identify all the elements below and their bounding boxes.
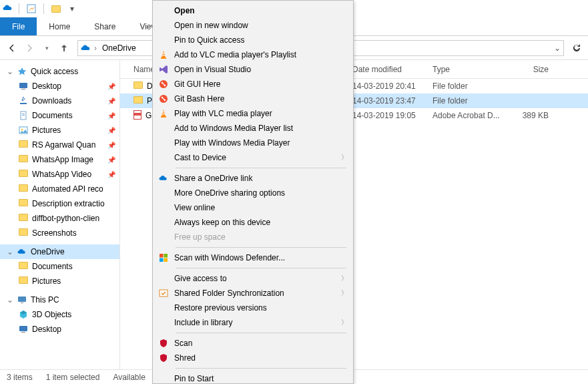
chevron-right-icon: 〉 (341, 153, 348, 162)
tree-item[interactable]: Pictures (0, 274, 119, 289)
tree-item[interactable]: WhatsApp Image 📌 (0, 152, 119, 167)
nav-up-button[interactable] (56, 40, 72, 56)
svg-rect-6 (22, 115, 25, 116)
context-menu-item[interactable]: Play with Windows Media Player (153, 136, 353, 150)
svg-rect-23 (163, 112, 165, 112)
context-menu-item[interactable]: Git Bash Here (153, 91, 353, 106)
context-menu-item[interactable]: Open in new window (153, 18, 353, 33)
context-menu-label: Open in new window (174, 21, 348, 30)
file-date: 14-03-2019 19:05 (347, 111, 427, 120)
context-menu-item[interactable]: View online (153, 200, 353, 215)
chevron-right-icon: 〉 (341, 274, 348, 283)
nav-forward-button[interactable] (21, 40, 37, 56)
svg-rect-15 (162, 55, 165, 55)
context-menu-item[interactable]: Pin to Start (153, 371, 353, 384)
tree-item-label: 3D Objects (32, 310, 119, 319)
context-menu-item[interactable]: Cast to Device 〉 (153, 150, 353, 165)
tree-item[interactable]: Desktop 📌 (0, 79, 119, 93)
tree-item[interactable]: Documents 📌 (0, 108, 119, 123)
tree-quick-access[interactable]: ⌄ Quick access (0, 64, 119, 79)
svg-rect-2 (21, 89, 25, 89)
pictures-icon (19, 126, 28, 135)
tree-item[interactable]: WhatsApp Video 📌 (0, 167, 119, 182)
context-menu-item[interactable]: Give access to 〉 (153, 271, 353, 286)
blank-icon (157, 202, 170, 213)
address-dropdown-icon[interactable]: ⌄ (554, 43, 561, 53)
expand-icon[interactable]: ⌄ (7, 67, 13, 76)
svg-rect-11 (19, 326, 27, 331)
context-menu-item[interactable]: Play with VLC media player (153, 106, 353, 121)
pin-icon: 📌 (107, 127, 115, 134)
column-type[interactable]: Type (427, 65, 507, 74)
context-menu-item[interactable]: Always keep on this device (153, 215, 353, 230)
context-menu-item[interactable]: Open (153, 3, 353, 18)
svg-rect-22 (161, 116, 166, 118)
column-size[interactable]: Size (507, 65, 554, 74)
tree-onedrive[interactable]: ⌄ OneDrive (0, 244, 119, 259)
tree-item[interactable]: diffbot-python-clien (0, 211, 119, 226)
tab-file[interactable]: File (0, 17, 37, 35)
blank-icon (157, 123, 170, 134)
tree-item[interactable]: Pictures 📌 (0, 123, 119, 138)
context-menu-item[interactable]: Shred (153, 351, 353, 365)
context-menu-item[interactable]: Share a OneDrive link (153, 171, 353, 186)
tree-item-label: Screenshots (32, 228, 119, 238)
context-menu-item[interactable]: Shared Folder Synchronization 〉 (153, 286, 353, 301)
context-menu-item[interactable]: Scan (153, 336, 353, 351)
tree-item-label: Pictures (32, 276, 119, 286)
context-menu-label: Scan with Windows Defender... (174, 253, 348, 262)
3d-icon (19, 310, 28, 319)
context-menu-item[interactable]: Scan with Windows Defender... (153, 250, 353, 265)
tree-item[interactable]: Downloads 📌 (0, 93, 119, 108)
tree-item[interactable]: Screenshots (0, 226, 119, 240)
tab-share[interactable]: Share (82, 17, 127, 35)
quick-access-toolbar: ▾ (16, 2, 79, 15)
context-menu-item[interactable]: Open in Visual Studio (153, 62, 353, 77)
folder-icon (19, 262, 28, 271)
nav-back-button[interactable] (4, 40, 20, 56)
tab-home[interactable]: Home (37, 17, 82, 35)
svg-rect-9 (18, 297, 26, 302)
context-menu-item[interactable]: Add to VLC media player's Playlist (153, 47, 353, 62)
qat-properties-icon[interactable] (25, 2, 38, 15)
context-menu-label: Cast to Device (174, 153, 341, 162)
context-menu-item[interactable]: More OneDrive sharing options (153, 186, 353, 200)
tree-item[interactable]: Automated API reco (0, 182, 119, 196)
svg-rect-26 (164, 254, 168, 258)
quick-access-icon (17, 67, 27, 76)
context-menu-label: Always keep on this device (174, 218, 348, 227)
tree-item[interactable]: Documents (0, 259, 119, 274)
documents-icon (19, 111, 28, 120)
qat-newfolder-icon[interactable] (49, 2, 63, 15)
tree-item[interactable]: RS Agarwal Quan 📌 (0, 138, 119, 152)
nav-recent-dropdown[interactable]: ▾ (39, 40, 55, 56)
folder-icon (19, 214, 28, 223)
chevron-right-icon: 〉 (341, 318, 348, 327)
tree-item[interactable]: 3D Objects (0, 307, 119, 322)
expand-icon[interactable]: ⌄ (7, 295, 13, 305)
this-pc-icon (17, 295, 27, 305)
svg-rect-3 (20, 103, 27, 104)
chevron-right-icon[interactable]: › (94, 43, 97, 53)
context-menu-item[interactable]: Restore previous versions (153, 301, 353, 315)
svg-rect-25 (160, 254, 164, 258)
blank-icon (157, 5, 170, 16)
tree-item[interactable]: Desktop (0, 322, 119, 337)
context-menu-item[interactable]: Pin to Quick access (153, 33, 353, 47)
context-menu-item[interactable]: Git GUI Here (153, 77, 353, 91)
column-date[interactable]: Date modified (347, 65, 427, 74)
context-menu-item[interactable]: Include in library 〉 (153, 315, 353, 330)
folder-icon (19, 170, 28, 179)
refresh-button[interactable] (569, 41, 584, 55)
tree-this-pc[interactable]: ⌄ This PC (0, 293, 119, 307)
blank-icon (157, 373, 170, 384)
tree-item[interactable]: Description extractio (0, 196, 119, 211)
svg-point-8 (21, 129, 23, 131)
qat-dropdown-icon[interactable]: ▾ (65, 2, 79, 15)
folder-icon (19, 276, 28, 286)
context-menu-item[interactable]: Add to Windows Media Player list (153, 121, 353, 136)
expand-icon[interactable]: ⌄ (7, 247, 13, 256)
breadcrumb-location[interactable]: OneDrive (99, 43, 139, 53)
mcafee-icon (157, 338, 170, 349)
onedrive-icon (81, 43, 91, 53)
